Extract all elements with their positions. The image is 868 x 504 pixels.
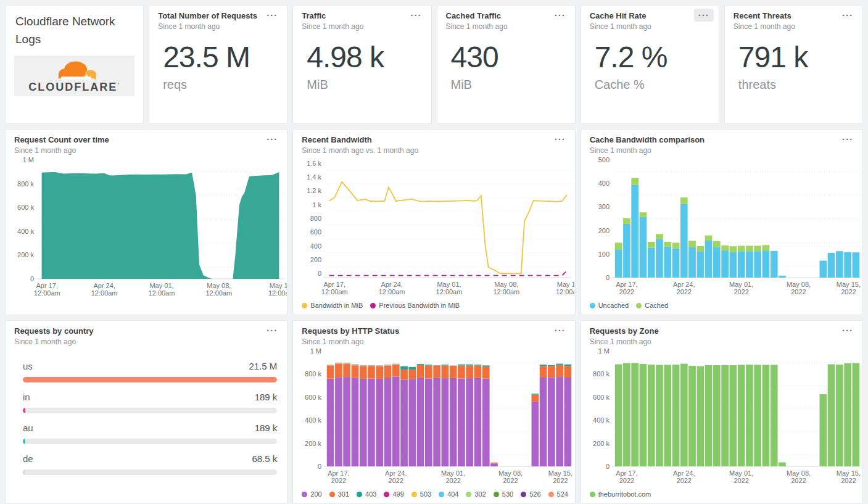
legend-item[interactable]: 524 [548,490,568,498]
svg-text:2022: 2022 [676,477,691,484]
panel-menu-icon[interactable]: ··· [262,324,282,337]
legend-item[interactable]: Cached [636,302,668,309]
svg-text:600 k: 600 k [17,204,34,211]
svg-text:12:00am: 12:00am [321,288,348,295]
svg-text:May 15,: May 15, [837,469,861,477]
request-count-chart: 1 M800 k600 k400 k200 k0Apr 17,12:00amAp… [6,155,287,299]
country-bar-track [23,377,277,382]
panel-title: Traffic [302,11,422,20]
cloudflare-cloud-icon [43,59,107,83]
svg-text:Apr 24,: Apr 24, [673,469,695,477]
legend-item[interactable]: 503 [411,490,431,498]
svg-text:400: 400 [598,180,609,187]
panel-menu-icon[interactable]: ··· [262,9,282,22]
svg-text:1 M: 1 M [310,347,321,355]
panel-title: Requests by Zone [590,326,854,336]
svg-text:600 k: 600 k [593,394,610,401]
chart-legend: theburritobot.com [581,486,862,502]
legend-item[interactable]: Bandwidth in MiB [302,302,363,309]
country-row: in189 k [23,392,277,413]
panel-menu-icon[interactable]: ··· [407,9,426,22]
stat-value: 7.2 % [595,40,668,74]
legend-dot-icon [370,303,376,308]
panel-title: Recent Threats [734,11,854,20]
panel-title: Requests by country [14,326,278,336]
country-value: 21.5 M [249,361,277,371]
chart-legend: UncachedCached [581,297,862,313]
svg-text:0: 0 [318,463,321,470]
svg-text:12:00a: 12:00a [268,289,287,297]
panel-recent-threats: Recent Threats Since 1 month ago ··· 791… [724,5,863,124]
legend-item[interactable]: 404 [439,490,458,498]
svg-text:2022: 2022 [841,288,856,295]
country-row: de68.5 k [23,453,277,475]
legend-item[interactable]: 526 [521,490,540,498]
http-status-chart: 1 M800 k600 k400 k200 k0Apr 17,2022Apr 2… [293,346,574,486]
svg-text:Apr 24,: Apr 24, [381,281,403,288]
panel-menu-icon[interactable]: ··· [694,9,714,22]
stat-unit: reqs [163,78,250,92]
legend-label: Bandwidth in MiB [310,302,363,309]
legend-item[interactable]: 530 [494,490,513,498]
svg-text:800 k: 800 k [17,180,34,188]
panel-menu-icon[interactable]: ··· [550,9,570,22]
panel-menu-icon[interactable]: ··· [838,9,858,22]
legend-item[interactable]: Uncached [590,302,629,309]
legend-dot-icon [636,303,642,308]
svg-text:600: 600 [310,228,321,236]
panel-menu-icon[interactable]: ··· [838,133,858,146]
panel-menu-icon[interactable]: ··· [550,324,570,337]
panel-menu-icon[interactable]: ··· [550,133,570,146]
panel-subtitle: Since 1 month ago [590,337,854,346]
svg-text:100: 100 [598,250,609,258]
svg-text:2022: 2022 [553,477,568,484]
panel-traffic: Traffic Since 1 month ago ··· 4.98 k MiB [292,5,431,124]
legend-label: Cached [645,302,668,309]
panel-menu-icon[interactable]: ··· [838,324,858,337]
svg-text:1.4 k: 1.4 k [307,173,321,181]
svg-text:May 01,: May 01, [437,281,461,288]
legend-item[interactable]: 301 [329,490,349,498]
legend-item[interactable]: 499 [384,490,403,498]
legend-item[interactable]: 403 [357,490,376,498]
panel-subtitle: Since 1 month ago [302,22,422,31]
panel-cache-bandwidth: Cache Bandwidth comparison Since 1 month… [581,129,863,315]
legend-label: 404 [447,490,458,498]
svg-text:300: 300 [598,203,609,210]
country-row: us21.5 M [23,361,277,382]
svg-text:2022: 2022 [841,477,856,484]
svg-text:May 08,: May 08, [207,282,231,289]
svg-text:12:00a: 12:00a [556,288,574,295]
legend-item[interactable]: Previous Bandwidth in MiB [370,302,460,309]
svg-text:2022: 2022 [503,477,518,484]
legend-item[interactable]: 200 [302,490,321,498]
country-row: au189 k [23,423,277,444]
svg-text:Apr 17,: Apr 17, [324,281,345,288]
country-bar-track [23,469,277,475]
svg-text:600 k: 600 k [305,394,321,401]
panel-subtitle: Since 1 month ago [590,146,854,155]
svg-text:Apr 17,: Apr 17, [616,281,637,288]
legend-dot-icon [439,492,444,497]
legend-dot-icon [357,492,362,497]
svg-text:400 k: 400 k [17,228,34,235]
dashboard-title: Cloudflare Network Logs [6,6,143,48]
svg-text:12:00am: 12:00am [91,289,118,297]
legend-label: 301 [338,490,349,498]
panel-title: Cache Hit Rate [590,11,710,20]
legend-label: 526 [529,490,540,498]
country-gauge-list: us21.5 Min189 kau189 kde68.5 k [6,346,287,484]
panel-title: Cached Traffic [446,11,566,20]
svg-text:Apr 24,: Apr 24, [673,281,695,288]
country-bar-fill [23,439,25,444]
panel-subtitle: Since 1 month ago [302,337,566,346]
country-value: 189 k [255,423,278,433]
svg-text:May 08,: May 08, [787,469,811,477]
legend-label: 200 [310,490,321,498]
panel-requests-by-http-status: Requests by HTTP Status Since 1 month ag… [292,320,575,504]
panel-menu-icon[interactable]: ··· [262,133,282,146]
legend-item[interactable]: theburritobot.com [590,490,651,498]
legend-item[interactable]: 302 [466,490,486,498]
country-label: de [23,453,33,464]
svg-text:Apr 17,: Apr 17, [616,469,637,477]
